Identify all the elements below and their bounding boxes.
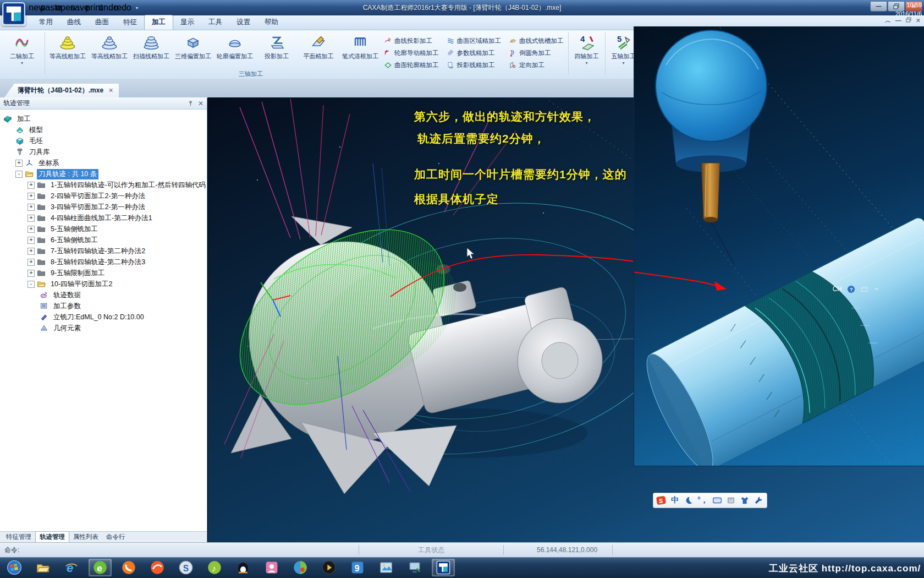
ime-moon[interactable] xyxy=(684,495,694,506)
ribbon-button-param-line[interactable]: 参数线精加工 xyxy=(444,47,504,59)
ribbon-button-surface-region[interactable]: 曲面区域精加工 xyxy=(444,35,504,47)
taskbar-item-sogou-input[interactable]: S xyxy=(174,559,197,576)
ribbon-button-scanline-finish[interactable]: 扫描线精加工 xyxy=(130,31,172,61)
language-indicator[interactable]: CH xyxy=(833,285,842,293)
tree-item-12[interactable]: +6-五轴侧铣加工 xyxy=(0,235,207,246)
taskbar-item-ie[interactable]: e xyxy=(60,559,83,576)
save-button[interactable]: save xyxy=(74,2,86,14)
taskbar-item-kugou-music[interactable]: ♪ xyxy=(203,559,226,576)
tree-item-2[interactable]: 模型 xyxy=(0,124,207,135)
ime-shirt[interactable] xyxy=(740,495,750,506)
document-tab[interactable]: 薄臂叶轮（J4B-01-02）.mxe ✕ xyxy=(4,84,119,97)
tree-item-4[interactable]: 刀具库 xyxy=(0,146,207,157)
taskbar-item-image-viewer[interactable] xyxy=(375,559,398,576)
tree-item-11[interactable]: +5-五轴侧铣加工 xyxy=(0,223,207,235)
ribbon-button-projection[interactable]: 投影加工 xyxy=(256,31,298,61)
open-button[interactable]: open xyxy=(59,2,72,14)
ime-wrench[interactable] xyxy=(754,495,763,506)
ime-punctuation[interactable]: °， xyxy=(697,495,708,506)
tree-expander-plus-icon[interactable]: + xyxy=(28,237,35,244)
ime-toolbar[interactable]: S中°，12 xyxy=(653,493,767,508)
taskbar-item-uc-browser[interactable] xyxy=(117,559,140,576)
tree-item-17[interactable]: 轨迹数据 xyxy=(0,290,207,301)
tree-expander-plus-icon[interactable]: + xyxy=(28,270,35,277)
taskbar-item-pps[interactable] xyxy=(289,559,312,576)
tree-item-9[interactable]: +3-四轴平切面加工2-第一种办法 xyxy=(0,201,207,212)
clock[interactable]: 10:59 2016/11/6 xyxy=(882,1,922,19)
menu-tab-3[interactable]: 曲面 xyxy=(88,15,116,30)
tree-expander-plus-icon[interactable]: + xyxy=(28,215,35,222)
taskbar-item-sogou-browser[interactable] xyxy=(146,559,169,576)
tree-expander-plus-icon[interactable]: + xyxy=(28,226,35,233)
tree-item-20[interactable]: 几何元素 xyxy=(0,323,207,334)
ribbon-button-offset-3d[interactable]: 三维偏置加工 xyxy=(172,31,214,61)
taskbar-item-browser-360[interactable]: e xyxy=(89,559,112,576)
tree-expander-plus-icon[interactable]: + xyxy=(28,248,35,255)
taskbar-item-caxa[interactable] xyxy=(432,559,455,576)
tree-item-18[interactable]: 加工参数 xyxy=(0,301,207,312)
tree-expander-minus-icon[interactable]: - xyxy=(28,281,35,288)
menu-tab-2[interactable]: 曲线 xyxy=(60,15,88,30)
taskbar-item-potplayer[interactable] xyxy=(317,559,340,576)
ribbon-button-projection-line[interactable]: 投影线精加工 xyxy=(444,59,504,71)
ribbon-button-plane-finish[interactable]: 平面精加工 xyxy=(298,31,339,61)
desktop-window-icon[interactable] xyxy=(860,285,868,293)
ime-sogou-logo[interactable]: S xyxy=(656,495,666,506)
ribbon-button-fillet[interactable]: 倒圆角加工 xyxy=(506,47,566,59)
tree-expander-plus-icon[interactable]: + xyxy=(15,160,23,167)
ribbon-button-surface-profile[interactable]: 曲面轮廓精加工 xyxy=(381,59,442,71)
panel-tab-2[interactable]: 轨迹管理 xyxy=(35,531,69,542)
taskbar-item-explorer[interactable] xyxy=(31,559,54,576)
tree-item-19[interactable]: 立铣刀:EdML_0 No:2 D:10.00 xyxy=(0,312,207,323)
panel-tab-4[interactable]: 命令行 xyxy=(102,532,129,542)
tree-item-14[interactable]: +8-五轴转四轴轨迹-第二种办法3 xyxy=(0,257,207,268)
taskbar-item-meitu[interactable] xyxy=(260,559,283,576)
panel-tab-1[interactable]: 特征管理 xyxy=(2,532,35,542)
ribbon-button-profile-drive[interactable]: 轮廓导动精加工 xyxy=(381,47,442,59)
ime-mode-chinese[interactable]: 中 xyxy=(670,495,680,506)
taskbar-item-gougou[interactable]: 9 xyxy=(346,559,369,576)
panel-close-icon[interactable]: ✕ xyxy=(198,100,204,107)
menu-tab-1[interactable]: 常用 xyxy=(32,15,60,30)
tree-item-7[interactable]: +1-五轴转四轴轨迹-可以作为粗加工-然后转四轴代码 xyxy=(0,179,207,190)
ribbon-button-axis-4[interactable]: 4四轴加工▾ xyxy=(570,31,603,66)
tree-expander-plus-icon[interactable]: + xyxy=(28,182,35,189)
tree-item-13[interactable]: +7-五轴转四轴轨迹-第二种办法2 xyxy=(0,246,207,257)
menu-tab-5[interactable]: 加工 xyxy=(144,15,173,30)
menu-tab-4[interactable]: 特征 xyxy=(116,15,144,30)
taskbar-item-start[interactable] xyxy=(3,559,26,576)
tree-expander-plus-icon[interactable]: + xyxy=(28,259,35,266)
ribbon-button-contour-finish[interactable]: 等高线精加工 xyxy=(89,31,130,61)
tree-item-10[interactable]: +4-四轴柱面曲线加工-第二种办法1 xyxy=(0,212,207,223)
pin-icon[interactable] xyxy=(187,100,194,107)
command-prompt[interactable]: 命令: xyxy=(0,546,359,555)
tree-item-8[interactable]: +2-四轴平切面加工2-第一种办法 xyxy=(0,190,207,201)
tree-item-6[interactable]: -刀具轨迹 : 共 10 条 xyxy=(0,168,207,179)
ribbon-button-oriented[interactable]: 定向加工 xyxy=(506,59,566,71)
chevron-up-icon[interactable] xyxy=(873,286,880,293)
ribbon-button-curve-projection[interactable]: 曲线投影加工 xyxy=(381,35,442,47)
tree-item-3[interactable]: 毛坯 xyxy=(0,135,207,146)
tree-item-1[interactable]: 加工 xyxy=(0,113,207,124)
ribbon-button-curve-slot[interactable]: 曲线式铣槽加工 xyxy=(506,35,566,47)
tree-item-15[interactable]: +9-五轴限制面加工 xyxy=(0,268,207,279)
tree-expander-plus-icon[interactable]: + xyxy=(28,204,35,211)
menu-tab-9[interactable]: 帮助 xyxy=(257,15,285,30)
ribbon-button-contour-rough[interactable]: 等高线粗加工 xyxy=(47,31,89,61)
menu-tab-8[interactable]: 设置 xyxy=(229,15,257,30)
ribbon-button-profile-offset[interactable]: 轮廓偏置加工 xyxy=(214,31,256,61)
help-tray-icon[interactable]: ? xyxy=(846,285,856,294)
two-axis-button[interactable]: 二轴加工▾ xyxy=(1,31,43,66)
tree-expander-plus-icon[interactable]: + xyxy=(28,193,35,200)
tree-expander-minus-icon[interactable]: - xyxy=(15,171,23,178)
ime-keyboard[interactable] xyxy=(712,495,722,506)
tree-item-16[interactable]: -10-四轴平切面加工2 xyxy=(0,279,207,290)
ribbon-button-pencil-root[interactable]: 笔式清根加工 xyxy=(339,31,381,61)
menu-tab-7[interactable]: 工具 xyxy=(201,15,229,30)
tree-item-5[interactable]: +坐标系 xyxy=(0,157,207,168)
menu-tab-6[interactable]: 显示 xyxy=(173,15,201,30)
taskbar-item-qq[interactable] xyxy=(232,559,255,576)
ime-number-12[interactable]: 12 xyxy=(726,495,736,506)
panel-tab-3[interactable]: 属性列表 xyxy=(69,532,102,542)
taskbar-item-pc-suite[interactable] xyxy=(403,559,426,576)
